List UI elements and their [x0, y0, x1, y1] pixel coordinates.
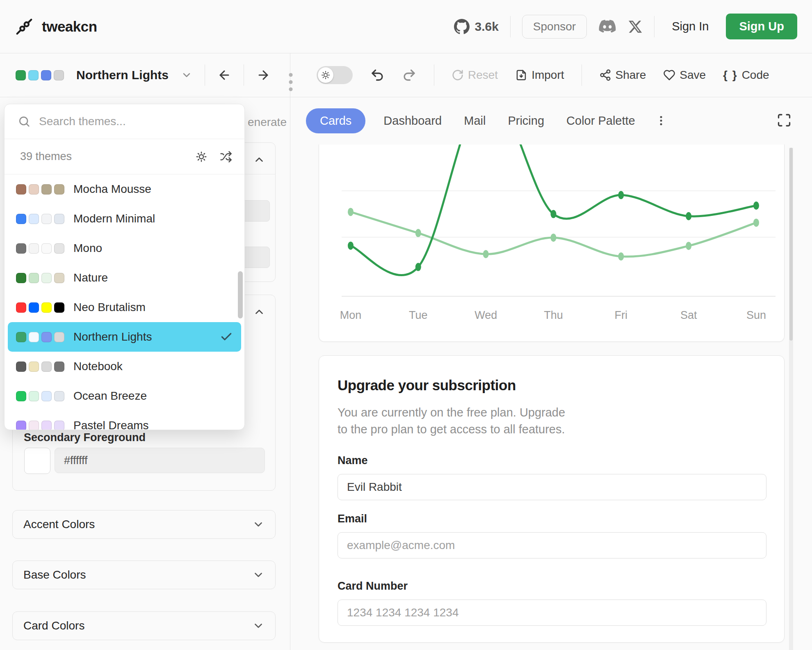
github-stars-link[interactable]: 3.6k: [454, 19, 498, 34]
swatch: [54, 421, 64, 430]
code-button[interactable]: { } Code: [723, 69, 769, 82]
light-mode-filter-icon[interactable]: [195, 151, 208, 163]
import-label: Import: [531, 69, 564, 82]
theme-option-pastel-dreams[interactable]: Pastel Dreams: [8, 411, 241, 430]
theme-option-label: Northern Lights: [73, 330, 152, 343]
swatch: [29, 214, 39, 224]
brand[interactable]: tweakcn: [15, 17, 97, 36]
theme-option-mono[interactable]: Mono: [8, 233, 241, 263]
swatch: [54, 391, 64, 401]
swatch: [41, 362, 52, 372]
share-button[interactable]: Share: [599, 69, 646, 82]
accent-colors-section[interactable]: Accent Colors: [12, 510, 276, 539]
svg-text:Wed: Wed: [474, 309, 497, 321]
theme-swatch: [28, 70, 39, 80]
swatch: [54, 273, 64, 283]
swatch: [54, 362, 64, 372]
swatch: [29, 391, 39, 401]
reset-button[interactable]: Reset: [452, 69, 498, 82]
secondary-foreground-hex-input[interactable]: [55, 448, 265, 473]
card-colors-section[interactable]: Card Colors: [12, 611, 276, 640]
theme-swatch: [41, 70, 51, 80]
theme-picker-dropdown: 39 themes Mocha Mousse Modern Minimal Mo…: [4, 104, 245, 430]
theme-option-label: Pastel Dreams: [73, 419, 149, 430]
random-theme-shuffle-icon[interactable]: [220, 151, 232, 163]
tab-color-palette[interactable]: Color Palette: [562, 108, 639, 133]
svg-text:Sun: Sun: [746, 309, 766, 321]
swatch: [29, 273, 39, 283]
theme-option-nature[interactable]: Nature: [8, 263, 241, 293]
sign-in-button[interactable]: Sign In: [666, 20, 714, 33]
theme-option-ocean-breeze[interactable]: Ocean Breeze: [8, 381, 241, 411]
fullscreen-icon[interactable]: [774, 112, 794, 128]
discord-icon[interactable]: [598, 20, 616, 34]
toggle-knob: [318, 67, 333, 83]
color-swatch-picker[interactable]: [24, 448, 50, 474]
preview-scrollbar-thumb[interactable]: [789, 148, 793, 341]
theme-option-label: Ocean Breeze: [73, 389, 147, 403]
theme-option-label: Notebook: [73, 360, 123, 373]
swatch: [41, 214, 52, 224]
section-label: Card Colors: [23, 619, 84, 632]
theme-option-neo-brutalism[interactable]: Neo Brutalism: [8, 293, 241, 322]
grip-handle-icon[interactable]: [288, 71, 294, 94]
tab-mail[interactable]: Mail: [460, 108, 490, 133]
tab-cards[interactable]: Cards: [306, 108, 365, 133]
redo-button[interactable]: [402, 68, 417, 82]
swatch: [29, 243, 39, 254]
swatch: [54, 332, 64, 342]
theme-option-modern-minimal[interactable]: Modern Minimal: [8, 204, 241, 233]
theme-list: Mocha Mousse Modern Minimal Mono Nature …: [5, 174, 244, 430]
app-header: tweakcn 3.6k Sponsor Sign In Sign Up: [0, 0, 812, 53]
swatch: [54, 243, 64, 254]
github-star-count: 3.6k: [474, 20, 498, 34]
email-input[interactable]: [338, 532, 766, 558]
swatch: [41, 184, 52, 195]
theme-count-label: 39 themes: [20, 150, 72, 163]
theme-option-notebook[interactable]: Notebook: [8, 352, 241, 381]
generate-button-fragment[interactable]: enerate: [248, 116, 287, 129]
sign-up-button[interactable]: Sign Up: [726, 14, 797, 39]
swatch: [54, 184, 64, 195]
more-tabs-icon[interactable]: [653, 114, 669, 127]
theme-search-input[interactable]: [38, 104, 244, 139]
card-number-input[interactable]: [338, 600, 766, 626]
section-label: Base Colors: [23, 568, 86, 581]
sponsor-button[interactable]: Sponsor: [522, 15, 587, 39]
dropdown-scrollbar-thumb[interactable]: [238, 271, 243, 318]
name-label: Name: [338, 454, 368, 467]
swatch: [29, 302, 39, 313]
theme-option-label: Mono: [73, 242, 102, 255]
preview-tab-bar: Cards Dashboard Mail Pricing Color Palet…: [290, 97, 812, 144]
tab-pricing[interactable]: Pricing: [504, 108, 548, 133]
swatch: [29, 332, 39, 342]
swatch: [41, 332, 52, 342]
import-file-icon: [515, 69, 527, 81]
save-button[interactable]: Save: [663, 69, 706, 82]
name-input[interactable]: [338, 474, 766, 500]
theme-option-mocha-mousse[interactable]: Mocha Mousse: [8, 174, 241, 204]
svg-text:Fri: Fri: [615, 309, 627, 321]
tab-dashboard[interactable]: Dashboard: [379, 108, 446, 133]
swatch: [16, 362, 26, 372]
divider: [510, 16, 511, 37]
divider: [434, 64, 434, 86]
theme-select-value[interactable]: Northern Lights: [76, 68, 169, 82]
import-button[interactable]: Import: [515, 69, 564, 82]
svg-text:Thu: Thu: [544, 309, 563, 321]
chevron-down-icon[interactable]: [181, 69, 192, 81]
chevron-up-icon[interactable]: [253, 306, 265, 318]
swatch: [41, 273, 52, 283]
chevron-up-icon[interactable]: [253, 153, 265, 166]
undo-button[interactable]: [370, 68, 385, 82]
base-colors-section[interactable]: Base Colors: [12, 561, 276, 589]
current-theme-swatches[interactable]: [16, 70, 64, 80]
light-dark-toggle[interactable]: [317, 66, 353, 84]
x-twitter-icon[interactable]: [628, 19, 643, 34]
swatch: [16, 421, 26, 430]
theme-option-northern-lights-selected[interactable]: Northern Lights: [8, 322, 241, 352]
theme-option-label: Nature: [73, 271, 108, 284]
theme-forward-button[interactable]: [256, 68, 270, 82]
swatch: [29, 421, 39, 430]
theme-back-button[interactable]: [217, 68, 231, 82]
